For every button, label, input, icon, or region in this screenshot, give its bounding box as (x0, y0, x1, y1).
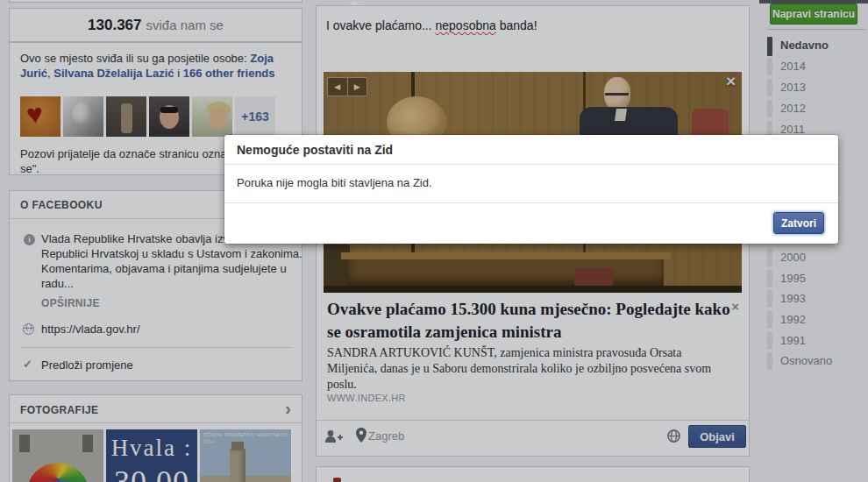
dialog-footer: Zatvori (224, 202, 838, 244)
facebook-page: 130.367 sviđa nam se Ovo se mjesto sviđa… (0, 0, 868, 482)
close-dialog-button[interactable]: Zatvori (773, 212, 824, 234)
error-dialog: Nemoguće postaviti na Zid Poruka nije mo… (224, 135, 838, 244)
dialog-title: Nemoguće postaviti na Zid (224, 135, 838, 165)
dialog-message: Poruka nije mogla biti stavljena na Zid. (224, 165, 838, 202)
